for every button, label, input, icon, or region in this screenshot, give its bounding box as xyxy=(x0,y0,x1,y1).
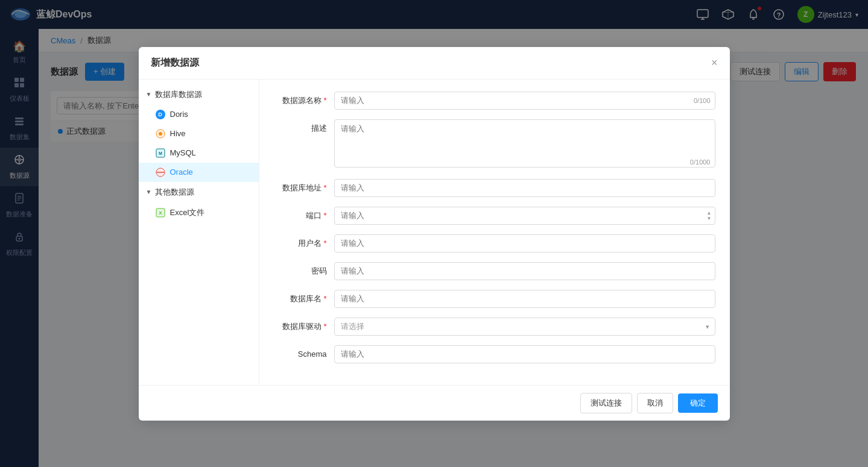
password-wrap xyxy=(334,262,715,280)
doris-icon: D xyxy=(156,110,165,119)
modal-body: ▼ 数据库数据源 D Doris Hive xyxy=(139,80,730,385)
add-datasource-modal: 新增数据源 × ▼ 数据库数据源 D Doris xyxy=(139,47,730,421)
port-label: 端口 xyxy=(274,207,334,225)
hive-label: Hive xyxy=(170,129,186,138)
modal-header: 新增数据源 × xyxy=(139,47,730,80)
description-wrap: 0/1000 xyxy=(334,119,715,169)
excel-icon: X xyxy=(156,208,165,218)
excel-label: Excel文件 xyxy=(170,207,205,218)
port-input[interactable] xyxy=(334,207,715,225)
datasource-name-char-count: 0/100 xyxy=(694,97,711,104)
db-address-wrap xyxy=(334,179,715,197)
form-row-schema: Schema xyxy=(274,345,715,363)
modal-close-icon[interactable]: × xyxy=(711,57,718,68)
form-row-db-driver: 数据库驱动 请选择 ▾ xyxy=(274,318,715,336)
form-row-description: 描述 0/1000 xyxy=(274,119,715,169)
svg-point-30 xyxy=(159,132,162,136)
modal-overlay[interactable]: 新增数据源 × ▼ 数据库数据源 D Doris xyxy=(0,0,868,467)
form-row-datasource-name: 数据源名称 0/100 xyxy=(274,92,715,110)
form-row-db-address: 数据库地址 xyxy=(274,179,715,197)
datasource-name-wrap: 0/100 xyxy=(334,92,715,110)
schema-label: Schema xyxy=(274,345,334,363)
footer-confirm-button[interactable]: 确定 xyxy=(678,393,718,413)
other-section-header[interactable]: ▼ 其他数据源 xyxy=(139,182,259,202)
modal-title: 新增数据源 xyxy=(151,57,199,69)
db-driver-label: 数据库驱动 xyxy=(274,318,334,336)
db-driver-select[interactable]: 请选择 xyxy=(334,318,715,336)
description-char-count: 0/1000 xyxy=(690,158,711,166)
db-address-label: 数据库地址 xyxy=(274,179,334,197)
schema-wrap xyxy=(334,345,715,363)
description-label: 描述 xyxy=(274,119,334,137)
password-label: 密码 xyxy=(274,262,334,280)
mysql-label: MySQL xyxy=(170,148,196,157)
mysql-icon: M xyxy=(156,148,165,158)
db-section-label: 数据库数据源 xyxy=(155,89,202,100)
port-wrap: ▲ ▼ xyxy=(334,207,715,225)
hive-icon xyxy=(156,129,165,139)
db-item-excel[interactable]: X Excel文件 xyxy=(139,202,259,223)
footer-test-connection-button[interactable]: 测试连接 xyxy=(580,393,632,413)
port-stepper-up-icon[interactable]: ▲ xyxy=(707,210,712,215)
port-stepper: ▲ ▼ xyxy=(707,210,712,221)
db-item-hive[interactable]: Hive xyxy=(139,124,259,143)
datasource-name-input[interactable] xyxy=(334,92,715,110)
db-name-wrap xyxy=(334,290,715,308)
other-section-label: 其他数据源 xyxy=(155,187,194,198)
svg-text:M: M xyxy=(159,151,162,155)
doris-label: Doris xyxy=(170,110,188,119)
modal-right-panel: 数据源名称 0/100 描述 0/1000 数据库地址 xyxy=(259,80,730,385)
username-input[interactable] xyxy=(334,234,715,252)
description-input[interactable] xyxy=(334,119,715,168)
db-address-input[interactable] xyxy=(334,179,715,197)
form-row-db-name: 数据库名 xyxy=(274,290,715,308)
modal-footer: 测试连接 取消 确定 xyxy=(139,385,730,421)
username-label: 用户名 xyxy=(274,234,334,252)
db-item-mysql[interactable]: M MySQL xyxy=(139,143,259,163)
modal-left-panel: ▼ 数据库数据源 D Doris Hive xyxy=(139,80,259,385)
db-section-arrow-icon: ▼ xyxy=(146,91,152,98)
db-item-oracle[interactable]: Oracle xyxy=(139,163,259,182)
oracle-icon xyxy=(156,168,165,177)
footer-cancel-button[interactable]: 取消 xyxy=(637,393,673,413)
form-row-password: 密码 xyxy=(274,262,715,280)
svg-text:X: X xyxy=(159,210,162,216)
form-row-port: 端口 ▲ ▼ xyxy=(274,207,715,225)
db-item-doris[interactable]: D Doris xyxy=(139,105,259,124)
port-stepper-down-icon[interactable]: ▼ xyxy=(707,216,712,221)
datasource-name-label: 数据源名称 xyxy=(274,92,334,110)
db-driver-wrap: 请选择 ▾ xyxy=(334,318,715,336)
db-section-header[interactable]: ▼ 数据库数据源 xyxy=(139,84,259,105)
password-input[interactable] xyxy=(334,262,715,280)
form-row-username: 用户名 xyxy=(274,234,715,252)
username-wrap xyxy=(334,234,715,252)
db-name-label: 数据库名 xyxy=(274,290,334,308)
schema-input[interactable] xyxy=(334,345,715,363)
oracle-label: Oracle xyxy=(170,168,193,177)
db-name-input[interactable] xyxy=(334,290,715,308)
other-section-arrow-icon: ▼ xyxy=(146,189,152,195)
